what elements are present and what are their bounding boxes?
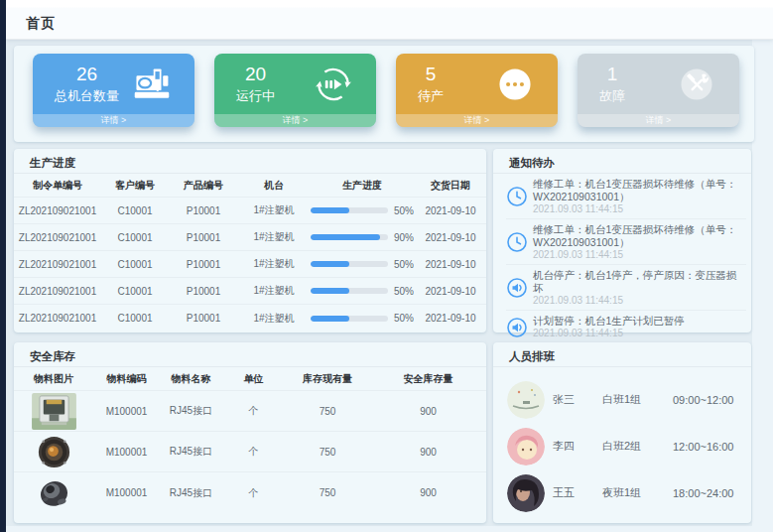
speaker-photo [32, 434, 76, 470]
running-detail-link[interactable]: 详情 > [214, 114, 376, 127]
col-delivery-date: 交货日期 [415, 179, 486, 193]
notification-item[interactable]: 维修工单：机台1变压器损坏待维修（单号：WX202109031001） 2021… [506, 174, 746, 219]
col-machine: 机台 [238, 179, 310, 193]
notification-item[interactable]: 维修工单：机台1变压器损坏待维修（单号：WX202109031001） 2021… [506, 219, 746, 265]
production-row: ZL202109021001 C10001 P10001 1#注塑机 50% 2… [14, 198, 486, 224]
staff-schedule-title: 人员排班 [493, 342, 751, 367]
progress-bar: 90% [310, 232, 415, 243]
col-product-no: 产品编号 [169, 179, 238, 193]
schedule-row: 李四 白班2组 12:00~16:00 [493, 423, 751, 469]
stat-cards-panel: 26 总机台数量 详情 > 20 运行中 [14, 46, 754, 142]
production-table-header: 制令单编号 客户编号 产品编号 机台 生产进度 交货日期 [14, 174, 486, 198]
production-progress-title: 生产进度 [14, 149, 486, 174]
running-label: 运行中 [236, 87, 275, 105]
schedule-row: 王五 夜班1组 18:00~24:00 [493, 469, 751, 516]
production-row: ZL202109021001 C10001 P10001 1#注塑机 90% 2… [14, 224, 486, 251]
fault-icon [678, 66, 715, 103]
fault-value: 1 [599, 64, 625, 84]
left-edge-bar [0, 0, 6, 532]
top-bar: 首页 [6, 0, 773, 40]
col-safety-qty: 安全库存量 [370, 372, 486, 386]
progress-bar: 50% [310, 259, 415, 270]
pending-detail-link[interactable]: 详情 > [396, 114, 558, 127]
page-title: 首页 [26, 15, 56, 33]
avatar [507, 428, 545, 466]
total-machines-label: 总机台数量 [55, 87, 119, 105]
safety-stock-panel: 安全库存 物料图片 物料编码 物料名称 单位 库存现有量 安全库存量 M1000… [14, 342, 486, 523]
notifications-title: 通知待办 [493, 149, 751, 174]
running-icon [315, 66, 352, 103]
production-row: ZL202109021001 C10001 P10001 1#注塑机 50% 2… [14, 278, 486, 305]
production-row: ZL202109021001 C10001 P10001 1#注塑机 50% 2… [14, 305, 486, 332]
pending-label: 待产 [418, 87, 444, 105]
col-material-name: 物料名称 [160, 372, 222, 386]
inventory-row: M100001 RJ45接口 个 750 900 [14, 432, 486, 472]
clock-icon [506, 186, 528, 207]
total-machines-detail-link[interactable]: 详情 > [33, 114, 194, 127]
col-material-code: 物料编码 [93, 372, 160, 386]
total-machines-value: 26 [55, 64, 119, 84]
card-running[interactable]: 20 运行中 详情 > [214, 54, 376, 127]
col-stock-qty: 库存现有量 [285, 372, 370, 386]
staff-schedule-panel: 人员排班 张三 白班1组 09:00~12:00 李四 白班2组 12:00~1… [493, 342, 751, 523]
inventory-row: M100001 RJ45接口 个 750 900 [14, 472, 486, 513]
notifications-panel: 通知待办 维修工单：机台1变压器损坏待维修（单号：WX202109031001）… [493, 149, 751, 332]
card-total-machines[interactable]: 26 总机台数量 详情 > [33, 54, 194, 127]
inventory-row: M100001 RJ45接口 个 750 900 [14, 391, 486, 432]
col-order-no: 制令单编号 [14, 179, 101, 193]
progress-bar: 50% [310, 313, 415, 324]
col-progress: 生产进度 [310, 179, 415, 193]
production-progress-panel: 生产进度 制令单编号 客户编号 产品编号 机台 生产进度 交货日期 ZL2021… [14, 149, 486, 332]
running-value: 20 [236, 64, 275, 84]
col-material-image: 物料图片 [14, 372, 93, 386]
progress-bar: 50% [310, 205, 415, 216]
schedule-row: 张三 白班1组 09:00~12:00 [493, 376, 751, 423]
clock-icon [506, 231, 528, 253]
speaker-icon [506, 317, 528, 338]
progress-bar: 50% [310, 286, 415, 297]
pending-icon [496, 66, 534, 103]
card-fault[interactable]: 1 故障 详情 > [578, 54, 739, 127]
pending-value: 5 [418, 64, 444, 84]
fault-label: 故障 [599, 87, 625, 105]
notification-item[interactable]: 机台停产：机台1停产，停产原因：变压器损坏 2021.09.03 11:44:1… [506, 265, 746, 311]
col-unit: 单位 [222, 372, 285, 386]
avatar [507, 381, 545, 419]
safety-stock-title: 安全库存 [14, 342, 486, 367]
col-customer-no: 客户编号 [101, 179, 169, 193]
speaker-icon [506, 277, 528, 299]
inventory-table-header: 物料图片 物料编码 物料名称 单位 库存现有量 安全库存量 [14, 367, 486, 391]
cone-photo [32, 474, 76, 511]
avatar [507, 474, 545, 512]
fault-detail-link[interactable]: 详情 > [578, 114, 739, 127]
production-row: ZL202109021001 C10001 P10001 1#注塑机 50% 2… [14, 251, 486, 278]
rj45-photo [32, 393, 76, 430]
notification-item[interactable]: 计划暂停：机台1生产计划已暂停 2021.09.03 11:44:15 [506, 311, 746, 342]
card-pending[interactable]: 5 待产 详情 > [396, 54, 558, 127]
machine-icon [133, 66, 171, 103]
